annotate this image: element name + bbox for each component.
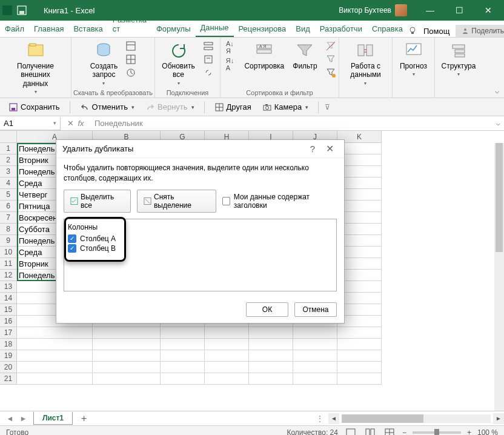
row-header[interactable]: 18 [0,339,17,350]
headers-checkbox-row[interactable]: Мои данные содержат заголовки [222,193,337,210]
row-header[interactable]: 7 [0,212,17,224]
cell[interactable] [205,362,249,373]
cell[interactable] [205,339,249,350]
scroll-right-button[interactable]: ► [493,413,504,424]
show-queries-button[interactable] [124,40,138,52]
forecast-button[interactable]: Прогноз ▾ [397,40,429,79]
fx-icon[interactable]: fx [78,119,84,128]
cell[interactable] [17,327,93,339]
save-icon-qat[interactable] [17,5,27,15]
cell[interactable] [337,362,382,373]
cell[interactable] [249,362,293,373]
cell[interactable] [161,339,205,350]
outline-button[interactable]: Структура ▾ [439,40,479,79]
sort-button[interactable]: А Я Сортировка [242,40,287,71]
reapply-button[interactable] [323,53,338,65]
filter-button[interactable]: Фильтр [290,40,319,71]
zoom-out-button[interactable]: − [402,428,406,436]
row-header[interactable]: 6 [0,201,17,212]
redo-button[interactable]: Вернуть▾ [142,101,198,113]
dialog-help-button[interactable]: ? [304,144,321,154]
cell[interactable] [93,362,161,373]
normal-view-button[interactable] [344,427,357,436]
maximize-button[interactable]: ☐ [446,0,472,21]
cell[interactable] [293,362,337,373]
close-window-button[interactable]: ✕ [475,0,502,21]
cell[interactable] [17,373,93,385]
tell-me[interactable]: Помощ [423,27,449,36]
cell[interactable] [249,339,293,350]
advanced-filter-button[interactable] [323,67,338,79]
vertical-scrollbar[interactable] [494,143,504,411]
name-box[interactable]: A1▾ [0,117,61,130]
cell[interactable] [205,327,249,339]
row-header[interactable]: 4 [0,178,17,189]
get-external-data-button[interactable]: Получение внешних данных ▾ [5,40,66,96]
connections-button[interactable] [201,40,216,52]
sort-za-button[interactable]: Я↓А [221,57,238,71]
cell[interactable] [17,339,93,350]
headers-checkbox[interactable] [222,197,230,205]
column-b-item[interactable]: ✓ Столбец B [67,244,334,253]
row-header[interactable]: 16 [0,316,17,327]
column-a-checkbox[interactable]: ✓ [68,234,76,243]
cell[interactable] [17,362,93,373]
cell[interactable] [249,373,293,385]
row-header[interactable]: 13 [0,281,17,293]
row-header[interactable]: 20 [0,362,17,373]
tab-formulas[interactable]: Формулы [151,22,196,37]
cell[interactable] [337,327,382,339]
cell[interactable] [293,327,337,339]
row-header[interactable]: 11 [0,258,17,270]
cell[interactable] [161,362,205,373]
zoom-slider[interactable] [413,431,461,434]
tab-layout[interactable]: Разметка ст [108,13,151,37]
row-header[interactable]: 12 [0,270,17,281]
share-button[interactable]: Поделиться [456,25,504,37]
cancel-button[interactable]: Отмена [294,302,337,317]
cell[interactable] [93,350,161,362]
bulb-icon[interactable] [408,26,417,36]
undo-button[interactable]: Отменить▾ [76,101,138,113]
cell[interactable] [93,373,161,385]
ok-button[interactable]: ОК [246,302,288,317]
row-header[interactable]: 14 [0,293,17,304]
page-layout-view-button[interactable] [363,427,377,436]
minimize-button[interactable]: — [417,0,443,21]
formula-input[interactable]: Понедельник [91,117,492,130]
tab-developer[interactable]: Разработчи [315,22,367,37]
cell[interactable] [249,350,293,362]
columns-listbox[interactable]: Колонны ✓ Столбец A ✓ Столбец B [64,219,337,291]
row-header[interactable]: 17 [0,327,17,339]
zoom-level[interactable]: 100 % [477,428,498,436]
cell[interactable] [249,327,293,339]
other-button[interactable]: Другая [211,101,255,113]
from-table-button[interactable] [124,53,138,65]
deselect-all-button[interactable]: Снять выделение [137,190,216,213]
edit-links-button[interactable] [201,67,216,79]
tab-insert[interactable]: Вставка [68,22,107,37]
tab-file[interactable]: Файл [0,22,29,37]
new-sheet-button[interactable]: + [73,413,95,424]
user-account[interactable]: Виктор Бухтеев [339,4,407,16]
column-a-item[interactable]: ✓ Столбец A [67,234,334,244]
recent-sources-button[interactable] [124,67,138,79]
sheet-tab-1[interactable]: Лист1 [33,412,73,425]
properties-button[interactable] [201,53,216,65]
tab-help[interactable]: Справка [367,22,408,37]
row-header[interactable]: 5 [0,189,17,201]
cancel-formula-icon[interactable]: ✕ [67,119,74,128]
dialog-close-button[interactable]: ✕ [321,143,338,154]
camera-button[interactable]: Камера▾ [259,101,312,113]
row-header[interactable]: 10 [0,247,17,258]
row-header[interactable]: 1 [0,143,17,154]
sort-az-button[interactable]: А↓Я [221,40,238,55]
data-tools-button[interactable]: Работа с данными ▾ [348,40,383,87]
row-header[interactable]: 19 [0,350,17,362]
refresh-all-button[interactable]: Обновить все ▾ [159,40,197,87]
cell[interactable] [337,339,382,350]
cell[interactable] [161,350,205,362]
scroll-left-button[interactable]: ◄ [328,413,339,424]
row-header[interactable]: 21 [0,373,17,385]
cell[interactable] [205,350,249,362]
